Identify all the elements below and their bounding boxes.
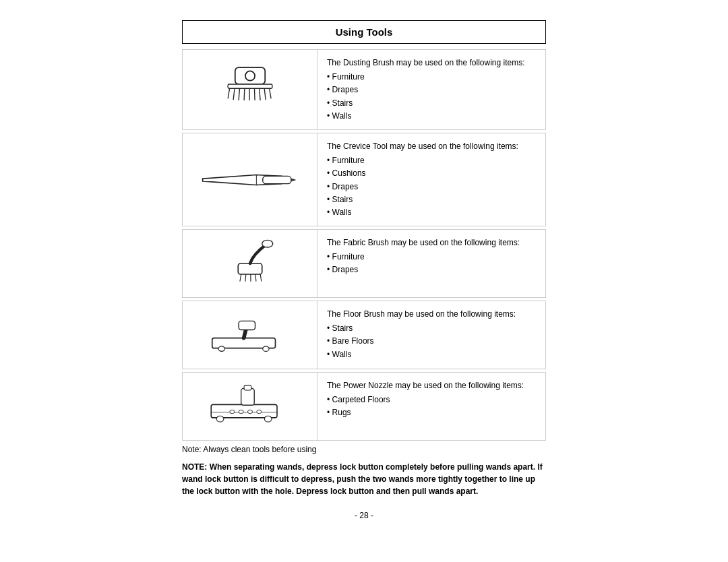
- page-number: - 28 -: [182, 511, 546, 520]
- fabric-brush-section: The Fabric Brush may be used on the foll…: [182, 229, 546, 298]
- fabric-brush-description: The Fabric Brush may be used on the foll…: [327, 237, 536, 249]
- svg-point-24: [218, 346, 224, 352]
- list-item: Cushions: [327, 167, 536, 180]
- fabric-brush-image: [183, 230, 317, 297]
- floor-brush-desc: The Floor Brush may be used on the follo…: [317, 301, 545, 369]
- list-item: Drapes: [327, 84, 536, 96]
- svg-rect-28: [244, 385, 251, 390]
- svg-rect-15: [238, 263, 262, 274]
- page-title: Using Tools: [182, 20, 546, 44]
- svg-rect-27: [241, 388, 254, 405]
- list-item: Rugs: [327, 406, 536, 419]
- page-container: Using Tools The Dusting: [175, 13, 553, 527]
- note-text: Note: Always clean tools before using: [182, 445, 546, 454]
- crevice-tool-section: The Crevice Tool may be used on the foll…: [182, 133, 546, 226]
- list-item: Walls: [327, 206, 536, 219]
- warning-text: NOTE: When separating wands, depress loc…: [182, 461, 546, 497]
- list-item: Furniture: [327, 71, 536, 84]
- svg-rect-23: [239, 321, 255, 330]
- power-nozzle-desc: The Power Nozzle may be used on the foll…: [317, 373, 545, 440]
- svg-point-32: [229, 410, 234, 413]
- svg-rect-11: [228, 84, 272, 88]
- list-item: Drapes: [327, 181, 536, 193]
- power-nozzle-section: The Power Nozzle may be used on the foll…: [182, 372, 546, 441]
- svg-line-17: [239, 274, 241, 282]
- svg-line-18: [245, 274, 245, 282]
- floor-brush-section: The Floor Brush may be used on the follo…: [182, 301, 546, 369]
- list-item: Furniture: [327, 154, 536, 167]
- svg-line-21: [260, 274, 262, 282]
- list-item: Walls: [327, 348, 536, 361]
- floor-brush-items: Stairs Bare Floors Walls: [327, 322, 536, 361]
- svg-line-20: [255, 274, 256, 282]
- svg-point-30: [216, 416, 224, 422]
- dusting-brush-section: The Dusting Brush may be used on the fol…: [182, 49, 546, 130]
- crevice-tool-image: [183, 133, 317, 226]
- svg-point-16: [262, 240, 272, 247]
- crevice-tool-description: The Crevice Tool may be used on the foll…: [327, 140, 536, 153]
- svg-point-34: [247, 410, 252, 413]
- fabric-brush-items: Furniture Drapes: [327, 251, 536, 276]
- floor-brush-description: The Floor Brush may be used on the follo…: [327, 308, 536, 321]
- crevice-tool-desc: The Crevice Tool may be used on the foll…: [317, 133, 545, 226]
- dusting-brush-desc: The Dusting Brush may be used on the fol…: [317, 50, 545, 129]
- list-item: Drapes: [327, 263, 536, 276]
- crevice-tool-items: Furniture Cushions Drapes Stairs Walls: [327, 154, 536, 219]
- svg-point-1: [245, 71, 254, 80]
- svg-point-31: [264, 416, 272, 422]
- svg-point-25: [262, 346, 268, 352]
- floor-brush-image: [183, 301, 317, 369]
- power-nozzle-description: The Power Nozzle may be used on the foll…: [327, 379, 536, 392]
- list-item: Carpeted Floors: [327, 394, 536, 406]
- list-item: Stairs: [327, 97, 536, 110]
- list-item: Walls: [327, 110, 536, 123]
- power-nozzle-image: [183, 373, 317, 440]
- dusting-brush-description: The Dusting Brush may be used on the fol…: [327, 57, 536, 69]
- power-nozzle-items: Carpeted Floors Rugs: [327, 394, 536, 419]
- list-item: Furniture: [327, 251, 536, 263]
- list-item: Stairs: [327, 322, 536, 335]
- svg-rect-14: [262, 176, 291, 183]
- dusting-brush-image: [183, 50, 317, 129]
- fabric-brush-desc: The Fabric Brush may be used on the foll…: [317, 230, 545, 297]
- svg-point-33: [239, 410, 243, 413]
- dusting-brush-items: Furniture Drapes Stairs Walls: [327, 71, 536, 123]
- list-item: Bare Floors: [327, 335, 536, 348]
- svg-point-35: [256, 410, 261, 413]
- list-item: Stairs: [327, 193, 536, 206]
